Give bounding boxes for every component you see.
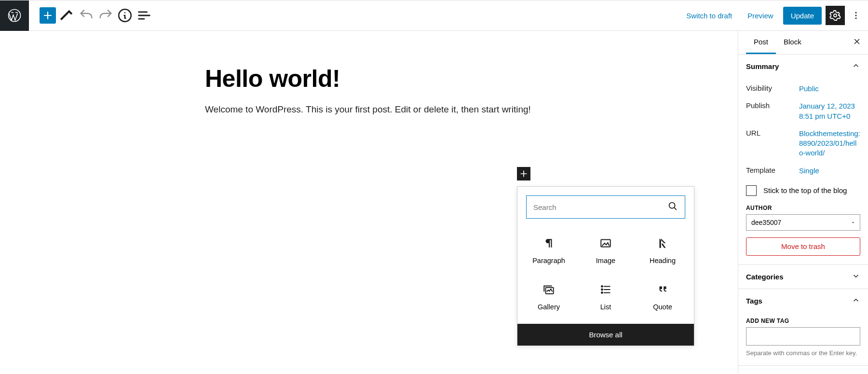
template-value[interactable]: Single — [799, 166, 860, 176]
more-options-button[interactable] — [849, 6, 863, 25]
panel-tags-header[interactable]: Tags — [738, 289, 868, 313]
panel-summary-header[interactable]: Summary — [738, 55, 868, 78]
image-icon — [599, 237, 612, 251]
visibility-value[interactable]: Public — [799, 84, 860, 94]
tag-input[interactable] — [746, 327, 860, 346]
block-image[interactable]: Image — [577, 227, 634, 274]
row-url: URL Blockthemetesting:8890/2023/01/hello… — [746, 125, 860, 162]
block-list[interactable]: List — [577, 274, 634, 320]
quote-icon — [656, 283, 669, 297]
chevron-up-icon — [852, 296, 860, 306]
row-visibility: Visibility Public — [746, 80, 860, 97]
author-label: AUTHOR — [746, 202, 860, 211]
paragraph-icon — [542, 237, 555, 251]
settings-sidebar: Post Block Summary Visibility Public Pub… — [738, 31, 868, 374]
visibility-label: Visibility — [746, 84, 799, 92]
block-grid: Paragraph Image Heading Gallery List — [517, 227, 694, 324]
svg-point-2 — [834, 14, 837, 17]
gallery-icon — [542, 283, 555, 297]
url-label: URL — [746, 129, 799, 137]
block-quote[interactable]: Quote — [634, 274, 691, 320]
block-label: Heading — [650, 257, 676, 264]
tools-button[interactable] — [59, 7, 75, 24]
heading-icon — [656, 237, 669, 251]
browse-all-button[interactable]: Browse all — [517, 324, 694, 346]
preview-link[interactable]: Preview — [742, 8, 779, 24]
main-area: Hello world! Welcome to WordPress. This … — [0, 31, 868, 374]
svg-point-11 — [601, 292, 603, 293]
svg-point-10 — [601, 289, 603, 290]
wordpress-logo[interactable] — [0, 0, 29, 31]
publish-label: Publish — [746, 101, 799, 110]
author-select[interactable]: dee35007 — [746, 214, 860, 231]
top-toolbar: Switch to draft Preview Update — [0, 0, 868, 31]
panel-title: Categories — [746, 273, 784, 281]
inserter-search-box[interactable] — [526, 195, 685, 219]
add-block-toolbar-button[interactable] — [40, 7, 56, 24]
sticky-checkbox[interactable] — [746, 185, 757, 196]
inserter-search-wrap — [517, 187, 694, 227]
svg-point-5 — [855, 17, 857, 19]
switch-to-draft-link[interactable]: Switch to draft — [680, 8, 738, 24]
chevron-up-icon — [852, 61, 860, 71]
block-gallery[interactable]: Gallery — [520, 274, 577, 320]
block-label: Gallery — [538, 303, 560, 311]
undo-button — [78, 7, 95, 24]
details-button[interactable] — [117, 7, 133, 24]
inline-add-block-button[interactable] — [517, 167, 530, 180]
block-heading[interactable]: Heading — [634, 227, 691, 274]
panel-summary-body: Visibility Public Publish January 12, 20… — [738, 78, 868, 264]
tab-post[interactable]: Post — [746, 31, 776, 54]
panel-title: Tags — [746, 297, 762, 305]
close-sidebar-button[interactable] — [846, 37, 868, 48]
url-value[interactable]: Blockthemetesting:8890/2023/01/hello-wor… — [799, 129, 860, 158]
search-icon — [667, 201, 678, 213]
chevron-down-icon — [852, 272, 860, 282]
template-label: Template — [746, 166, 799, 174]
block-label: Quote — [653, 303, 672, 311]
toolbar-left-group — [29, 7, 152, 24]
svg-point-4 — [855, 15, 857, 16]
row-template: Template Single — [746, 162, 860, 180]
block-label: List — [600, 303, 611, 311]
block-label: Image — [596, 257, 615, 264]
sidebar-tabs: Post Block — [738, 31, 868, 55]
list-view-button[interactable] — [136, 7, 152, 24]
list-icon — [599, 283, 612, 297]
panel-title: Summary — [746, 62, 779, 70]
svg-point-9 — [601, 286, 603, 287]
panel-tags-body: ADD NEW TAG Separate with commas or the … — [738, 313, 868, 365]
update-button[interactable]: Update — [783, 7, 822, 25]
inserter-search-input[interactable] — [533, 203, 667, 211]
post-body-paragraph[interactable]: Welcome to WordPress. This is your first… — [205, 104, 533, 115]
block-inserter-popover: Paragraph Image Heading Gallery List — [517, 186, 694, 346]
block-label: Paragraph — [532, 257, 565, 264]
tag-hint: Separate with commas or the Enter key. — [746, 349, 860, 357]
row-publish: Publish January 12, 2023 8:51 pm UTC+0 — [746, 97, 860, 125]
panel-categories: Categories — [738, 265, 868, 289]
move-to-trash-button[interactable]: Move to trash — [746, 237, 860, 256]
sticky-row[interactable]: Stick to the top of the blog — [746, 180, 860, 202]
tab-block[interactable]: Block — [776, 31, 809, 54]
add-new-tag-label: ADD NEW TAG — [746, 315, 860, 324]
panel-summary: Summary Visibility Public Publish Januar… — [738, 55, 868, 265]
post-title[interactable]: Hello world! — [205, 65, 533, 93]
editor-canvas[interactable]: Hello world! Welcome to WordPress. This … — [0, 31, 738, 374]
publish-value[interactable]: January 12, 2023 8:51 pm UTC+0 — [799, 101, 860, 121]
sticky-label: Stick to the top of the blog — [763, 186, 847, 194]
settings-button[interactable] — [826, 6, 845, 25]
redo-button — [97, 7, 114, 24]
panel-categories-header[interactable]: Categories — [738, 265, 868, 289]
block-paragraph[interactable]: Paragraph — [520, 227, 577, 274]
svg-point-3 — [855, 12, 857, 14]
toolbar-right-group: Switch to draft Preview Update — [680, 6, 863, 25]
panel-tags: Tags ADD NEW TAG Separate with commas or… — [738, 289, 868, 366]
